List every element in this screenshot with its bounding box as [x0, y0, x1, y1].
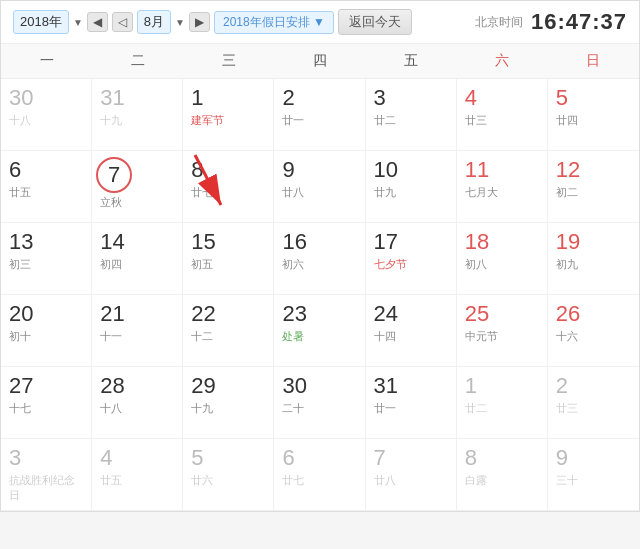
- day-lunar: 十八: [9, 113, 83, 128]
- day-number: 20: [9, 301, 83, 327]
- holiday-dropdown-icon: ▼: [313, 15, 325, 29]
- day-cell[interactable]: 1廿二: [457, 367, 548, 439]
- header-left: 2018年 ▼ ◀ ◁ 8月 ▼ ▶ 2018年假日安排 ▼ 返回今天: [13, 9, 412, 35]
- day-number: 19: [556, 229, 631, 255]
- day-number: 25: [465, 301, 539, 327]
- day-cell[interactable]: 13初三: [1, 223, 92, 295]
- day-number: 31: [374, 373, 448, 399]
- day-lunar: 白露: [465, 473, 539, 488]
- day-lunar: 廿三: [556, 401, 631, 416]
- day-lunar: 十四: [374, 329, 448, 344]
- day-cell[interactable]: 10廿九: [366, 151, 457, 223]
- day-cell[interactable]: 1建军节: [183, 79, 274, 151]
- day-cell[interactable]: 23处暑: [274, 295, 365, 367]
- day-cell[interactable]: 3廿二: [366, 79, 457, 151]
- return-today-button[interactable]: 返回今天: [338, 9, 412, 35]
- day-cell[interactable]: 11七月大: [457, 151, 548, 223]
- day-lunar: 十八: [100, 401, 174, 416]
- day-cell[interactable]: 5廿四: [548, 79, 639, 151]
- day-cell[interactable]: 6廿七: [274, 439, 365, 511]
- day-cell[interactable]: 3抗战胜利纪念日: [1, 439, 92, 511]
- weekday-header: 一二三四五六日: [1, 44, 639, 79]
- day-cell[interactable]: 25中元节: [457, 295, 548, 367]
- day-lunar: 处暑: [282, 329, 356, 344]
- day-lunar: 初四: [100, 257, 174, 272]
- day-lunar: 初五: [191, 257, 265, 272]
- day-cell[interactable]: 22十二: [183, 295, 274, 367]
- day-number: 31: [100, 85, 174, 111]
- year-dropdown-arrow[interactable]: ▼: [73, 17, 83, 28]
- day-lunar: 十七: [9, 401, 83, 416]
- day-cell[interactable]: 16初六: [274, 223, 365, 295]
- day-number: 26: [556, 301, 631, 327]
- day-cell[interactable]: 24十四: [366, 295, 457, 367]
- year-group: 2018年 ▼: [13, 10, 83, 34]
- day-lunar: 三十: [556, 473, 631, 488]
- weekday-一: 一: [1, 44, 92, 78]
- day-cell[interactable]: 4廿五: [92, 439, 183, 511]
- day-cell[interactable]: 30十八: [1, 79, 92, 151]
- holiday-link[interactable]: 2018年假日安排 ▼: [214, 11, 334, 34]
- day-lunar: 廿八: [282, 185, 356, 200]
- day-cell[interactable]: 14初四: [92, 223, 183, 295]
- day-cell[interactable]: 26十六: [548, 295, 639, 367]
- day-number: 13: [9, 229, 83, 255]
- month-dropdown-arrow[interactable]: ▼: [175, 17, 185, 28]
- day-number: 4: [465, 85, 539, 111]
- day-lunar: 廿六: [191, 473, 265, 488]
- day-cell[interactable]: 6廿五: [1, 151, 92, 223]
- day-cell[interactable]: 19初九: [548, 223, 639, 295]
- day-number: 15: [191, 229, 265, 255]
- day-lunar: 廿五: [9, 185, 83, 200]
- calendar-header: 2018年 ▼ ◀ ◁ 8月 ▼ ▶ 2018年假日安排 ▼ 返回今天 北京时间…: [1, 1, 639, 44]
- day-lunar: 廿三: [465, 113, 539, 128]
- day-cell[interactable]: 17七夕节: [366, 223, 457, 295]
- day-cell[interactable]: 9廿八: [274, 151, 365, 223]
- day-number: 5: [191, 445, 265, 471]
- day-number: 14: [100, 229, 174, 255]
- day-lunar: 十九: [191, 401, 265, 416]
- calendar-grid: 一二三四五六日 30十八31十九1建军节2廿一3廿二4廿三5廿四6廿五7立秋8廿…: [1, 44, 639, 511]
- day-lunar: 十九: [100, 113, 174, 128]
- day-cell[interactable]: 4廿三: [457, 79, 548, 151]
- day-cell[interactable]: 31十九: [92, 79, 183, 151]
- day-cell[interactable]: 18初八: [457, 223, 548, 295]
- prev-prev-button[interactable]: ◀: [87, 12, 108, 32]
- day-lunar: 二十: [282, 401, 356, 416]
- day-number: 17: [374, 229, 448, 255]
- day-cell[interactable]: 27十七: [1, 367, 92, 439]
- day-cell[interactable]: 21十一: [92, 295, 183, 367]
- day-cell[interactable]: 8廿七: [183, 151, 274, 223]
- day-number: 28: [100, 373, 174, 399]
- day-lunar: 初十: [9, 329, 83, 344]
- day-cell[interactable]: 12初二: [548, 151, 639, 223]
- next-button[interactable]: ▶: [189, 12, 210, 32]
- day-number: 18: [465, 229, 539, 255]
- day-cell[interactable]: 7廿八: [366, 439, 457, 511]
- prev-button[interactable]: ◁: [112, 12, 133, 32]
- day-cell[interactable]: 20初十: [1, 295, 92, 367]
- month-display[interactable]: 8月: [137, 10, 171, 34]
- day-cell[interactable]: 28十八: [92, 367, 183, 439]
- day-cell[interactable]: 2廿一: [274, 79, 365, 151]
- day-number: 3: [9, 445, 83, 471]
- day-number: 11: [465, 157, 539, 183]
- day-lunar: 廿七: [191, 185, 265, 200]
- day-cell[interactable]: 8白露: [457, 439, 548, 511]
- day-number: 29: [191, 373, 265, 399]
- day-cell[interactable]: 2廿三: [548, 367, 639, 439]
- day-lunar: 廿一: [374, 401, 448, 416]
- day-cell[interactable]: 7立秋: [92, 151, 183, 223]
- day-cell[interactable]: 9三十: [548, 439, 639, 511]
- day-cell[interactable]: 5廿六: [183, 439, 274, 511]
- day-number: 10: [374, 157, 448, 183]
- day-cell[interactable]: 15初五: [183, 223, 274, 295]
- day-number: 9: [282, 157, 356, 183]
- days-grid: 30十八31十九1建军节2廿一3廿二4廿三5廿四6廿五7立秋8廿七9廿八10廿九…: [1, 79, 639, 511]
- day-cell[interactable]: 31廿一: [366, 367, 457, 439]
- day-lunar: 廿九: [374, 185, 448, 200]
- day-number: 27: [9, 373, 83, 399]
- year-display[interactable]: 2018年: [13, 10, 69, 34]
- day-cell[interactable]: 30二十: [274, 367, 365, 439]
- day-cell[interactable]: 29十九: [183, 367, 274, 439]
